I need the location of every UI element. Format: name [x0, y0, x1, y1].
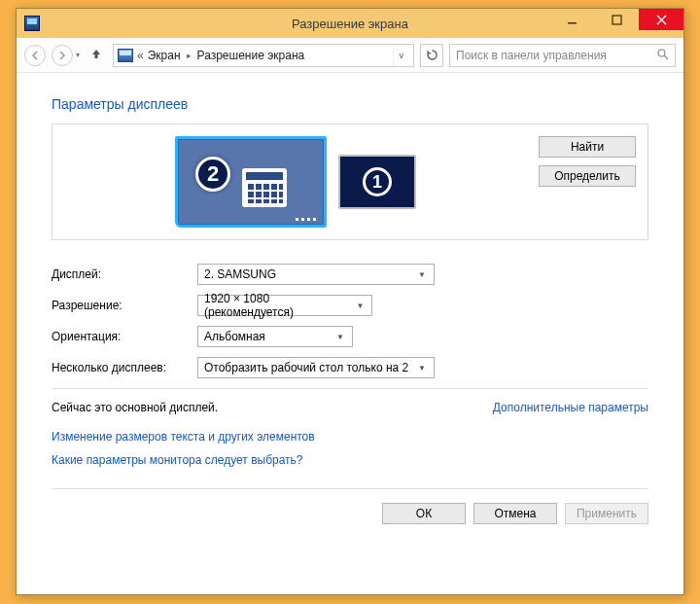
breadcrumb-seg-resolution[interactable]: Разрешение экрана: [197, 49, 305, 62]
display-icon: [118, 49, 133, 62]
chevron-down-icon: ▼: [414, 358, 430, 377]
address-bar[interactable]: « Экран ▸ Разрешение экрана v: [113, 44, 414, 67]
screen-resolution-window: Разрешение экрана ▾ « Экран: [16, 8, 684, 595]
orientation-select[interactable]: Альбомная ▼: [197, 326, 353, 347]
monitor-arrangement-area[interactable]: 2 1: [52, 124, 539, 239]
orientation-value: Альбомная: [204, 330, 265, 343]
orientation-label: Ориентация:: [52, 330, 197, 343]
window-controls: [549, 9, 683, 30]
which-settings-link[interactable]: Какие параметры монитора следует выбрать…: [52, 453, 648, 467]
display-settings-form: Дисплей: 2. SAMSUNG ▼ Разрешение: 1920 ×…: [52, 264, 648, 378]
primary-display-status: Сейчас это основной дисплей.: [52, 401, 218, 414]
display-value: 2. SAMSUNG: [204, 267, 276, 281]
close-button[interactable]: [639, 9, 683, 30]
detect-button[interactable]: Определить: [539, 165, 636, 187]
breadcrumb-seg-screen[interactable]: Экран: [148, 49, 181, 62]
app-icon: [24, 16, 40, 31]
monitor-2-number: 2: [195, 157, 230, 192]
calendar-overlay-icon: [242, 168, 287, 207]
page-heading: Параметры дисплеев: [52, 96, 648, 112]
ok-button[interactable]: ОК: [382, 503, 466, 524]
breadcrumb-prefix: «: [137, 49, 144, 62]
multiple-displays-select[interactable]: Отобразить рабочий стол только на 2 ▼: [197, 357, 435, 378]
monitor-2[interactable]: 2: [175, 136, 327, 228]
refresh-button[interactable]: [420, 44, 443, 67]
multiple-displays-value: Отобразить рабочий стол только на 2: [204, 361, 408, 374]
display-select[interactable]: 2. SAMSUNG ▼: [197, 264, 435, 285]
svg-rect-1: [612, 16, 621, 24]
maximize-button[interactable]: [594, 9, 639, 30]
chevron-down-icon: ▼: [353, 296, 368, 315]
resolution-value: 1920 × 1080 (рекомендуется): [204, 292, 353, 319]
resolution-label: Разрешение:: [52, 299, 197, 312]
find-button[interactable]: Найти: [539, 136, 636, 158]
minimize-button[interactable]: [549, 9, 594, 30]
svg-rect-0: [568, 22, 577, 24]
dialog-footer: ОК Отмена Применить: [52, 489, 648, 524]
multiple-displays-label: Несколько дисплеев:: [52, 361, 197, 374]
forward-button[interactable]: [52, 45, 73, 66]
search-input[interactable]: Поиск в панели управления: [449, 44, 676, 67]
up-button[interactable]: [89, 47, 103, 63]
divider: [52, 388, 648, 389]
back-button[interactable]: [24, 45, 46, 66]
text-size-link[interactable]: Изменение размеров текста и других элеме…: [52, 430, 648, 444]
search-placeholder: Поиск в панели управления: [456, 49, 607, 62]
history-dropdown[interactable]: ▾: [76, 51, 80, 59]
resolution-select[interactable]: 1920 × 1080 (рекомендуется) ▼: [197, 295, 372, 316]
explorer-navbar: ▾ « Экран ▸ Разрешение экрана v Поиск в …: [17, 38, 683, 73]
advanced-settings-link[interactable]: Дополнительные параметры: [493, 401, 648, 414]
content-area: Параметры дисплеев 2 1 Найти Определить …: [17, 73, 683, 524]
monitor-side-buttons: Найти Определить: [539, 124, 648, 239]
chevron-right-icon[interactable]: ▸: [187, 51, 192, 60]
cancel-button[interactable]: Отмена: [473, 503, 557, 524]
chevron-down-icon: ▼: [414, 265, 430, 284]
address-dropdown[interactable]: v: [393, 45, 410, 66]
apply-button[interactable]: Применить: [565, 503, 648, 524]
monitor-arrangement-box: 2 1 Найти Определить: [52, 124, 648, 240]
svg-point-2: [658, 50, 665, 56]
display-label: Дисплей:: [52, 267, 197, 281]
monitor-1-number: 1: [363, 167, 392, 196]
taskbar-dots-icon: [296, 218, 316, 221]
titlebar: Разрешение экрана: [17, 9, 683, 38]
monitor-1[interactable]: 1: [338, 155, 416, 209]
search-icon: [656, 48, 669, 63]
chevron-down-icon: ▼: [332, 327, 348, 346]
